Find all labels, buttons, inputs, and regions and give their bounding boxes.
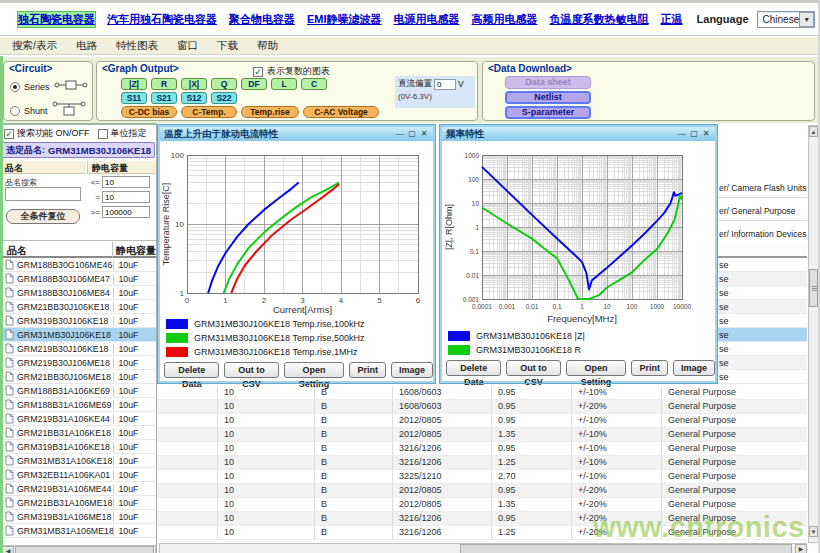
nav-link-4[interactable]: 电源用电感器 [394,12,460,27]
window-button-print[interactable]: Print [349,362,386,378]
table-row[interactable]: 10B3216/12061.25+/-10%General Purpose [157,456,807,470]
multi-graph-toggle[interactable]: ✓ 表示复数的图表 [253,65,330,78]
param-button-0[interactable]: |Z| [121,78,147,90]
table-row[interactable]: 10B1608/06030.95+/-20%General Purpose [157,400,807,414]
menu-item-5[interactable]: 帮助 [257,39,278,53]
radio-icon[interactable] [10,82,20,92]
window-button-delete-data[interactable]: Delete Data [164,362,219,378]
nav-link-3[interactable]: EMI静噪滤波器 [307,12,382,27]
part-name-search-input[interactable] [5,187,81,201]
window-titlebar[interactable]: 频率特性 — ▢ ✕ [442,127,715,141]
results-horizontal-scrollbar[interactable]: ▶ [159,543,807,553]
close-icon[interactable]: ✕ [418,128,430,140]
window-button-image[interactable]: Image [673,360,715,376]
window-button-delete-data[interactable]: Delete Data [446,360,501,376]
part-list-row[interactable]: GRM188B31A106KE6910uF [1,384,156,398]
nav-link-6[interactable]: 负温度系数热敏电阻 [550,12,649,27]
part-list-row[interactable]: GRM319B31A106ME1810uF [1,510,156,524]
char-button-0[interactable]: C-DC bias [121,106,177,118]
cap-filter-input-0[interactable] [102,176,150,188]
nav-link-7[interactable]: 正温 [661,12,683,27]
part-list-row[interactable]: GRM32EB11A106KA0110uF [1,468,156,482]
clipped-row[interactable]: se [713,342,807,356]
menu-item-2[interactable]: 特性图表 [116,39,158,53]
table-row[interactable]: 10B3216/12060.95+/-20%General Purpose [157,512,807,526]
language-select[interactable]: Chinese ▼ [757,11,816,28]
part-list-row[interactable]: GRM319B31A106KE1810uF [1,440,156,454]
table-row[interactable]: 10B2012/08050.95+/-10%General Purpose [157,414,807,428]
table-row[interactable]: 10B3216/12060.95+/-10%General Purpose [157,442,807,456]
table-row[interactable]: 10B2012/08051.35+/-20%General Purpose [157,498,807,512]
part-list-row[interactable]: GRM21BB30J106KE1810uF [1,300,156,314]
window-button-open-setting[interactable]: Open Setting [566,360,627,376]
radio-icon[interactable] [10,106,20,116]
cap-filter-input-1[interactable] [102,191,150,203]
clipped-row[interactable]: se [713,328,807,342]
clipped-row[interactable]: se [713,286,807,300]
download-button-1[interactable]: Netlist [505,91,591,104]
nav-link-0[interactable]: 独石陶瓷电容器 [18,12,95,27]
menu-item-4[interactable]: 下载 [217,39,238,53]
vertical-scrollbar[interactable]: ▲ ▼ [808,125,819,543]
param-button-1[interactable]: R [151,78,177,90]
nav-link-1[interactable]: 汽车用独石陶瓷电容器 [107,12,217,27]
clipped-row[interactable]: se [713,300,807,314]
part-list-row[interactable]: GRM188B30J106ME4710uF [1,272,156,286]
part-list-row[interactable]: GRM188B30G106ME4610uF [1,258,156,272]
part-list-row[interactable]: GRM31MB31A106ME1810uF [1,524,156,538]
circuit-option-series[interactable]: Series [10,78,88,96]
sparam-button-1[interactable]: S21 [151,92,177,104]
scroll-left-arrow-icon[interactable]: ◀ [2,546,14,553]
clipped-row[interactable]: se [713,356,807,370]
results-scroll-thumb[interactable] [460,544,792,553]
part-list-row[interactable]: GRM219B31A106KE4410uF [1,412,156,426]
sparam-button-0[interactable]: S11 [121,92,147,104]
param-button-5[interactable]: L [271,78,297,90]
minimize-icon[interactable]: — [394,128,406,140]
part-list-row[interactable]: GRM219B31A106ME4410uF [1,482,156,496]
param-button-6[interactable]: C [301,78,327,90]
window-button-out-to-csv[interactable]: Out to CSV [506,360,560,376]
search-toggle-checkbox[interactable]: ✓ [4,129,14,139]
cap-filter-input-2[interactable] [102,206,150,218]
table-row[interactable]: 10B3225/12102.70+/-10%General Purpose [157,470,807,484]
char-button-2[interactable]: Temp.rise [241,106,299,118]
menu-item-3[interactable]: 窗口 [177,39,198,53]
scroll-up-arrow-icon[interactable]: ▲ [809,126,818,137]
window-button-image[interactable]: Image [391,362,433,378]
table-row[interactable]: 10B2012/08051.35+/-10%General Purpose [157,428,807,442]
menu-item-0[interactable]: 搜索/表示 [12,39,57,53]
reset-all-button[interactable]: 全条件复位 [6,209,80,224]
char-button-1[interactable]: C-Temp. [181,106,237,118]
maximize-icon[interactable]: ▢ [406,128,418,140]
part-list-row[interactable]: GRM188B30J106ME8410uF [1,286,156,300]
minimize-icon[interactable]: — [676,128,688,140]
part-list-row[interactable]: GRM219B30J106ME1810uF [1,356,156,370]
download-button-2[interactable]: S-parameter [505,106,591,119]
multi-graph-checkbox[interactable]: ✓ [253,67,263,77]
part-list-row[interactable]: GRM31MB31A106KE1810uF [1,454,156,468]
scroll-down-arrow-icon[interactable]: ▼ [809,526,818,537]
nav-link-5[interactable]: 高频用电感器 [472,12,538,27]
vertical-scroll-thumb[interactable] [809,269,818,307]
part-list-row[interactable]: GRM188B31A106ME6910uF [1,398,156,412]
maximize-icon[interactable]: ▢ [688,128,700,140]
clipped-row[interactable]: se [713,370,807,384]
param-button-3[interactable]: Q [211,78,237,90]
sparam-button-3[interactable]: S22 [211,92,237,104]
char-button-3[interactable]: C-AC Voltage [303,106,379,118]
chevron-down-icon[interactable]: ▼ [799,12,814,27]
scroll-right-arrow-icon[interactable]: ▶ [795,544,807,553]
part-list-row[interactable]: GRM21BB31A106KE1810uF [1,426,156,440]
unit-toggle-checkbox[interactable] [98,129,108,139]
part-list-row[interactable]: GRM319B30J106KE1810uF [1,314,156,328]
window-titlebar[interactable]: 温度上升由于脉动电流特性 — ▢ ✕ [160,127,433,141]
part-list-row[interactable]: GRM31MB30J106KE1810uF [1,328,156,342]
sparam-button-2[interactable]: S12 [181,92,207,104]
sidebar-horizontal-scrollbar[interactable]: ◀ [1,545,156,553]
clipped-row[interactable]: se [713,314,807,328]
clipped-row[interactable]: se [713,272,807,286]
menu-item-1[interactable]: 电路 [76,39,97,53]
param-button-4[interactable]: DF [241,78,267,90]
circuit-option-shunt[interactable]: Shunt [10,100,86,122]
